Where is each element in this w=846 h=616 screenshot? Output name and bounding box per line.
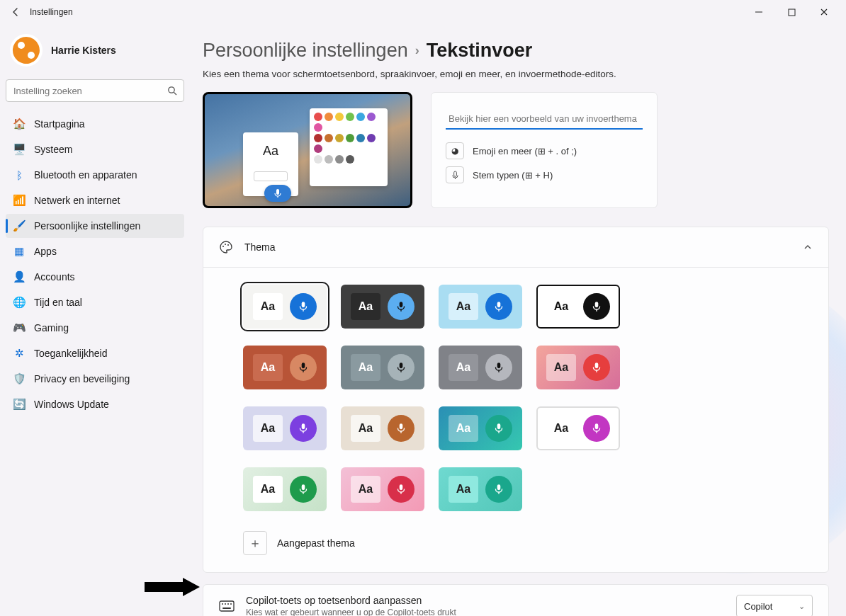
nav-label: Netwerk en internet (34, 195, 120, 206)
theme-tile-blush[interactable]: Aa (341, 467, 424, 511)
sidebar-item-privacy[interactable]: 🛡️Privacy en beveiliging (6, 367, 184, 391)
chevron-up-icon (803, 242, 813, 252)
svg-rect-14 (497, 302, 501, 307)
update-icon: 🔄 (13, 398, 26, 411)
custom-theme-label: Aangepast thema (277, 537, 355, 549)
copilot-subtitle: Kies wat er gebeurt wanneer u op de Copi… (246, 608, 456, 616)
apps-icon: ▦ (13, 245, 26, 258)
theme-tile-mint[interactable]: Aa (243, 467, 327, 511)
wifi-icon: 📶 (13, 194, 26, 207)
chevron-right-icon: › (415, 43, 419, 58)
theme-tile-lilac[interactable]: Aa (243, 406, 327, 450)
add-custom-theme-button[interactable]: ＋ (243, 531, 267, 555)
hint-emoji: ◕ Emoji en meer (⊞ + . of ;) (446, 142, 643, 159)
sidebar-item-apps[interactable]: ▦Apps (6, 239, 184, 263)
theme-tile-peach-grad[interactable]: Aa (536, 346, 620, 389)
svg-rect-8 (453, 171, 456, 176)
hint-label: Stem typen (⊞ + H) (473, 170, 553, 181)
theme-card-title: Thema (244, 241, 276, 253)
nav-label: Persoonlijke instellingen (34, 220, 140, 232)
chevron-down-icon: ⌄ (799, 602, 805, 611)
close-button[interactable] (808, 0, 840, 24)
nav-label: Tijd en taal (34, 297, 82, 308)
minimize-button[interactable] (743, 0, 775, 24)
theme-tile-aqua[interactable]: Aa (439, 467, 522, 511)
theme-card: Thema AaAaAaAaAaAaAaAaAaAaAaAaAaAaAa ＋ A… (203, 227, 829, 573)
shield-icon: 🛡️ (13, 372, 26, 385)
nav-label: Systeem (34, 144, 72, 155)
sidebar-item-system[interactable]: 🖥️Systeem (6, 137, 184, 161)
theme-tile-dark[interactable]: Aa (341, 285, 424, 329)
copilot-card: Copilot-toets op toetsenbord aanpassen K… (203, 584, 829, 616)
keyboard-icon (219, 600, 235, 612)
emoji-panel-preview (310, 108, 388, 186)
theme-preview: Aa (203, 92, 412, 208)
theme-tile-ice[interactable]: Aa (439, 285, 522, 329)
theme-tile-steel[interactable]: Aa (439, 346, 522, 389)
voice-preview (264, 185, 291, 202)
theme-tile-teal-grad[interactable]: Aa (439, 406, 522, 450)
sidebar-item-home[interactable]: 🏠Startpagina (6, 112, 184, 136)
system-icon: 🖥️ (13, 143, 26, 156)
theme-tile-sand[interactable]: Aa (341, 406, 424, 450)
sidebar-item-accounts[interactable]: 👤Accounts (6, 265, 184, 289)
theme-tile-light[interactable]: Aa (243, 285, 327, 329)
sidebar-item-gaming[interactable]: 🎮Gaming (6, 316, 184, 340)
mic-icon (446, 166, 464, 183)
bluetooth-icon: ᛒ (13, 169, 26, 181)
search-icon (167, 86, 177, 96)
dropdown-value: Copilot (744, 601, 772, 612)
nav-label: Accounts (34, 271, 75, 283)
sidebar-item-update[interactable]: 🔄Windows Update (6, 392, 184, 416)
maximize-button[interactable] (775, 0, 808, 24)
svg-rect-27 (220, 601, 234, 611)
brush-icon: 🖌️ (13, 219, 26, 232)
nav-label: Privacy en beveiliging (34, 373, 130, 384)
svg-rect-17 (400, 363, 403, 368)
page-title: Tekstinvoer (427, 40, 533, 62)
sidebar-item-time[interactable]: 🌐Tijd en taal (6, 290, 184, 314)
svg-point-11 (227, 244, 229, 246)
svg-rect-24 (302, 484, 305, 490)
breadcrumb-parent[interactable]: Persoonlijke instellingen (203, 40, 408, 62)
svg-rect-18 (497, 363, 501, 368)
svg-rect-25 (400, 484, 403, 490)
sidebar-item-personalization[interactable]: 🖌️Persoonlijke instellingen (6, 214, 184, 238)
theme-card-header[interactable]: Thema (203, 227, 828, 267)
sidebar-item-bluetooth[interactable]: ᛒBluetooth en apparaten (6, 163, 184, 187)
page-subtitle: Kies een thema voor schermtoetsenbord, s… (203, 69, 829, 79)
svg-line-6 (174, 93, 177, 96)
user-block[interactable]: Harrie Kisters (6, 30, 184, 76)
svg-rect-12 (302, 302, 305, 307)
theme-tile-slate[interactable]: Aa (341, 346, 424, 389)
search-input[interactable] (6, 79, 184, 102)
sticker-icon: ◕ (446, 142, 464, 159)
try-input[interactable] (446, 108, 643, 130)
nav-label: Windows Update (34, 399, 109, 410)
app-title: Instellingen (30, 7, 73, 17)
home-icon: 🏠 (13, 118, 26, 130)
svg-rect-22 (497, 423, 501, 429)
svg-rect-15 (595, 302, 599, 307)
svg-rect-26 (497, 484, 501, 490)
nav-label: Bluetooth en apparaten (34, 169, 137, 181)
nav-label: Apps (34, 246, 57, 257)
copilot-title: Copilot-toets op toetsenbord aanpassen (246, 595, 456, 606)
svg-rect-1 (789, 9, 795, 16)
sidebar-item-accessibility[interactable]: ✲Toegankelijkheid (6, 341, 184, 365)
theme-tile-rust[interactable]: Aa (243, 346, 327, 389)
theme-tile-magenta[interactable]: Aa (536, 406, 620, 450)
back-button[interactable] (6, 2, 26, 22)
theme-tile-black-white[interactable]: Aa (536, 285, 620, 329)
gamepad-icon: 🎮 (13, 321, 26, 334)
svg-point-3 (18, 42, 25, 49)
sidebar-item-network[interactable]: 📶Netwerk en internet (6, 188, 184, 212)
copilot-dropdown[interactable]: Copilot ⌄ (736, 595, 813, 616)
svg-point-4 (28, 52, 35, 59)
svg-point-9 (222, 246, 224, 247)
nav-label: Gaming (34, 322, 69, 333)
avatar (10, 34, 43, 67)
svg-rect-13 (400, 302, 403, 307)
palette-icon (219, 240, 233, 254)
person-icon: 👤 (13, 270, 26, 283)
